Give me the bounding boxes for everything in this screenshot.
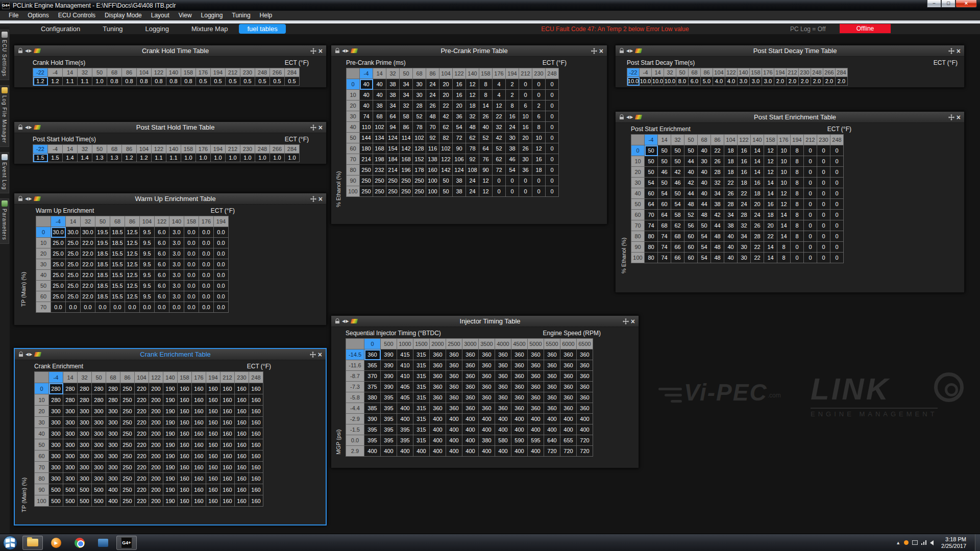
cell[interactable]: 720 <box>577 446 593 457</box>
row-header[interactable]: 10 <box>631 156 645 167</box>
cell[interactable]: 64 <box>386 111 400 122</box>
menu-item-view[interactable]: View <box>174 12 197 19</box>
cell[interactable]: 70 <box>645 210 658 220</box>
col-header[interactable]: 122 <box>149 372 163 383</box>
row-header[interactable]: -1.5 <box>346 424 364 435</box>
cell[interactable]: 180 <box>360 143 373 154</box>
row-header[interactable]: -14.5 <box>346 349 364 360</box>
cell[interactable]: 0.0 <box>199 291 214 302</box>
cell[interactable]: 60 <box>684 242 698 253</box>
cell[interactable]: 360 <box>528 403 544 414</box>
cell[interactable]: 0 <box>804 253 817 263</box>
col-header[interactable]: 68 <box>106 372 120 383</box>
cell[interactable]: 250 <box>120 439 135 450</box>
cell[interactable]: 360 <box>479 371 495 382</box>
cell[interactable]: 300 <box>49 417 63 428</box>
cell[interactable]: 590 <box>511 435 528 446</box>
col-header[interactable]: 194 <box>214 216 229 227</box>
row-header[interactable]: 40 <box>347 122 360 133</box>
cell[interactable]: 0 <box>546 90 559 101</box>
cell[interactable]: 24 <box>426 90 439 101</box>
col-header[interactable]: 284 <box>285 145 300 154</box>
lock-icon[interactable] <box>18 196 23 202</box>
row-header[interactable]: 0.0 <box>346 435 364 446</box>
blue-app-taskbar-icon[interactable] <box>93 536 113 550</box>
col-header[interactable]: 68 <box>110 216 125 227</box>
col-header[interactable]: 104 <box>439 68 453 79</box>
cell[interactable]: 0 <box>817 188 830 199</box>
cell[interactable]: 300 <box>78 462 92 473</box>
cell[interactable]: 22.0 <box>81 259 95 270</box>
cell[interactable]: 4 <box>493 79 506 90</box>
row-header[interactable]: 20 <box>631 167 645 178</box>
cell[interactable]: 160 <box>206 484 220 495</box>
tab-logging[interactable]: Logging <box>134 24 180 34</box>
cell[interactable]: 2.0 <box>823 77 836 86</box>
col-header[interactable]: 176 <box>192 372 206 383</box>
row-header[interactable]: 60 <box>35 450 49 462</box>
cell[interactable]: 0.0 <box>51 302 66 313</box>
cell[interactable]: 14 <box>764 188 777 199</box>
cell[interactable]: 360 <box>544 403 560 414</box>
cell[interactable]: 360 <box>479 392 495 403</box>
cell[interactable]: 50 <box>645 167 658 178</box>
cell[interactable]: 30 <box>738 242 751 253</box>
cell[interactable]: 8 <box>791 156 804 167</box>
cell[interactable]: 360 <box>560 382 577 392</box>
cell[interactable]: 2.0 <box>799 77 811 86</box>
cell[interactable]: 8 <box>479 90 493 101</box>
sidebar-tab-log-file-manager[interactable]: Log File Manager <box>0 85 9 147</box>
col-header[interactable]: 140 <box>163 372 178 383</box>
col-header[interactable]: 122 <box>738 135 751 145</box>
cell[interactable]: 400 <box>446 414 462 424</box>
cell[interactable]: 18 <box>724 156 738 167</box>
cell[interactable]: 400 <box>413 446 430 457</box>
col-header[interactable]: 32 <box>664 68 676 77</box>
cell[interactable]: 395 <box>381 424 397 435</box>
cell[interactable]: 10 <box>532 133 546 143</box>
cell[interactable]: 160 <box>206 462 220 473</box>
cell[interactable]: 280 <box>63 394 78 406</box>
cell[interactable]: 300 <box>63 428 78 439</box>
col-header[interactable]: 248 <box>255 68 270 77</box>
cell[interactable]: 190 <box>163 439 178 450</box>
row-header[interactable]: -8.7 <box>346 371 364 382</box>
cell[interactable]: 160 <box>206 495 220 507</box>
cell[interactable]: 160 <box>192 484 206 495</box>
cell[interactable]: 280 <box>92 383 106 394</box>
cell[interactable]: 68 <box>373 111 386 122</box>
cell[interactable]: 160 <box>249 450 263 462</box>
cell[interactable]: 400 <box>495 414 511 424</box>
cell[interactable]: 315 <box>413 424 430 435</box>
pclink-g4-taskbar-icon[interactable]: G4+ <box>116 536 137 550</box>
cell[interactable]: 400 <box>462 446 479 457</box>
cell[interactable]: 42 <box>684 178 698 188</box>
cell[interactable]: 300 <box>106 406 120 417</box>
cell[interactable]: 26 <box>519 143 532 154</box>
cell[interactable]: 82 <box>439 133 453 143</box>
cell[interactable]: 102 <box>373 122 386 133</box>
cell[interactable]: 200 <box>149 473 163 484</box>
post-start-enrichment-window[interactable]: ◀▶ Post Start Enrichment Table × Post St… <box>615 111 965 293</box>
cell[interactable]: 360 <box>511 349 528 360</box>
cell[interactable]: 300 <box>49 450 63 462</box>
cell[interactable]: 200 <box>149 383 163 394</box>
cell[interactable]: 152 <box>413 154 426 165</box>
cell[interactable]: 142 <box>439 165 453 176</box>
panel-titlebar[interactable]: ◀▶ Crank Enrichment Table × <box>15 349 326 360</box>
cell[interactable]: 160 <box>249 383 263 394</box>
cell[interactable]: 40 <box>360 101 373 111</box>
col-header[interactable]: 176 <box>777 135 791 145</box>
cell[interactable]: 360 <box>511 403 528 414</box>
cell[interactable]: 6.0 <box>689 77 701 86</box>
cell[interactable]: 400 <box>495 424 511 435</box>
cell[interactable]: 250 <box>386 186 400 197</box>
row-header[interactable]: -5.8 <box>346 392 364 403</box>
col-header[interactable]: 230 <box>799 68 811 77</box>
cell[interactable]: 360 <box>430 360 446 371</box>
cell[interactable]: 40 <box>698 145 711 156</box>
cell[interactable]: 6.0 <box>155 291 169 302</box>
cell[interactable]: 0.0 <box>95 302 110 313</box>
cell[interactable]: 360 <box>495 349 511 360</box>
cell[interactable]: 360 <box>560 360 577 371</box>
